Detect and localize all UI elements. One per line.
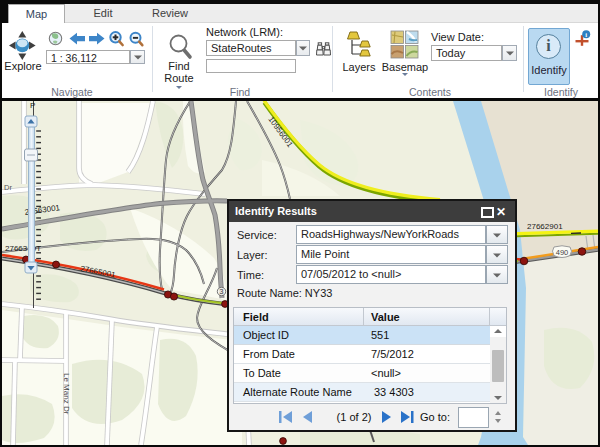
svg-text:490: 490: [556, 248, 569, 257]
svg-text:3: 3: [220, 288, 224, 295]
svg-text:i: i: [585, 31, 587, 38]
svg-text:Le Manz Dr: Le Manz Dr: [62, 373, 71, 415]
svg-text:P: P: [30, 101, 35, 110]
svg-text:27662901: 27662901: [527, 222, 563, 231]
svg-text:2766310T: 2766310T: [5, 244, 41, 253]
svg-text:Dr: Dr: [4, 183, 12, 192]
